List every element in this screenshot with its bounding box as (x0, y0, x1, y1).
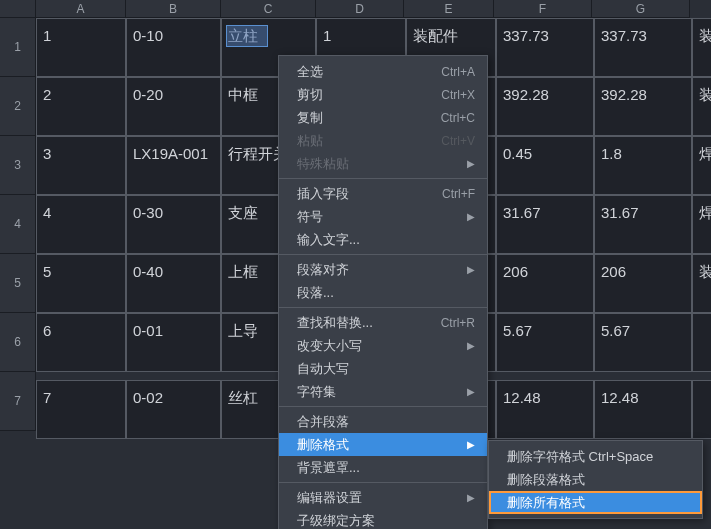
menu-paste: 粘贴Ctrl+V (279, 129, 487, 152)
cell[interactable]: 1 (36, 18, 126, 77)
cell[interactable]: 4 (36, 195, 126, 254)
submenu-remove-char-fmt[interactable]: 删除字符格式 Ctrl+Space (489, 445, 702, 468)
cell[interactable]: 焊 (692, 195, 711, 254)
menu-label: 改变大小写 (297, 337, 362, 355)
menu-label: 编辑器设置 (297, 489, 362, 507)
menu-char-set[interactable]: 字符集▶ (279, 380, 487, 403)
cell[interactable]: 337.73 (496, 18, 594, 77)
menu-label: 查找和替换... (297, 314, 373, 332)
col-header-c[interactable]: C (221, 0, 316, 18)
menu-copy[interactable]: 复制Ctrl+C (279, 106, 487, 129)
cell[interactable]: 31.67 (594, 195, 692, 254)
cell[interactable]: 0-20 (126, 77, 221, 136)
cell[interactable]: 5 (36, 254, 126, 313)
menu-remove-format[interactable]: 删除格式▶ (279, 433, 487, 456)
cell[interactable]: 5.67 (496, 313, 594, 372)
context-menu: 全选Ctrl+A 剪切Ctrl+X 复制Ctrl+C 粘贴Ctrl+V 特殊粘贴… (278, 55, 488, 529)
cell[interactable]: 3 (36, 136, 126, 195)
chevron-right-icon: ▶ (467, 386, 475, 397)
cell[interactable]: 0.45 (496, 136, 594, 195)
menu-last[interactable]: 子级绑定方案 (279, 509, 487, 529)
submenu-remove-para-fmt[interactable]: 删除段落格式 (489, 468, 702, 491)
menu-insert-field[interactable]: 插入字段Ctrl+F (279, 182, 487, 205)
menu-separator (279, 307, 487, 308)
menu-shortcut: Ctrl+X (441, 88, 475, 102)
menu-find-replace[interactable]: 查找和替换...Ctrl+R (279, 311, 487, 334)
cell[interactable]: 0-02 (126, 380, 221, 439)
menu-label: 剪切 (297, 86, 323, 104)
menu-label: 输入文字... (297, 231, 360, 249)
column-headers: A B C D E F G (36, 0, 690, 18)
menu-label: 符号 (297, 208, 323, 226)
row-header-5[interactable]: 5 (0, 254, 36, 313)
menu-para-align[interactable]: 段落对齐▶ (279, 258, 487, 281)
menu-shortcut: Ctrl+A (441, 65, 475, 79)
cell[interactable]: 1.8 (594, 136, 692, 195)
col-header-d[interactable]: D (316, 0, 404, 18)
cell[interactable]: 337.73 (594, 18, 692, 77)
menu-auto-caps[interactable]: 自动大写 (279, 357, 487, 380)
menu-bg-mask[interactable]: 背景遮罩... (279, 456, 487, 479)
menu-editor-settings[interactable]: 编辑器设置▶ (279, 486, 487, 509)
row-header-7[interactable]: 7 (0, 372, 36, 431)
row-header-4[interactable]: 4 (0, 195, 36, 254)
cell[interactable]: 7 (36, 380, 126, 439)
row-header-2[interactable]: 2 (0, 77, 36, 136)
row-header-3[interactable]: 3 (0, 136, 36, 195)
cell[interactable]: 装 (692, 77, 711, 136)
cell[interactable]: 5.67 (594, 313, 692, 372)
cell[interactable] (692, 313, 711, 372)
menu-label: 段落... (297, 284, 334, 302)
cell[interactable]: 392.28 (496, 77, 594, 136)
menu-paste-special: 特殊粘贴▶ (279, 152, 487, 175)
menu-shortcut: Ctrl+F (442, 187, 475, 201)
chevron-right-icon: ▶ (467, 439, 475, 450)
cell[interactable]: 0-40 (126, 254, 221, 313)
row-header-6[interactable]: 6 (0, 313, 36, 372)
menu-label: 特殊粘贴 (297, 155, 349, 173)
col-header-g[interactable]: G (592, 0, 690, 18)
cell[interactable]: 装 (692, 254, 711, 313)
menu-select-all[interactable]: 全选Ctrl+A (279, 60, 487, 83)
submenu-remove-all-fmt[interactable]: 删除所有格式 (489, 491, 702, 514)
menu-label: 段落对齐 (297, 261, 349, 279)
cell[interactable]: 6 (36, 313, 126, 372)
chevron-right-icon: ▶ (467, 340, 475, 351)
cell[interactable]: 0-10 (126, 18, 221, 77)
cell[interactable]: 206 (594, 254, 692, 313)
chevron-right-icon: ▶ (467, 264, 475, 275)
menu-symbol[interactable]: 符号▶ (279, 205, 487, 228)
cell[interactable]: 12.48 (594, 380, 692, 439)
menu-separator (279, 406, 487, 407)
col-header-a[interactable]: A (36, 0, 126, 18)
cell[interactable]: 装 (692, 18, 711, 77)
row-headers: 1 2 3 4 5 6 7 (0, 18, 36, 431)
menu-change-case[interactable]: 改变大小写▶ (279, 334, 487, 357)
menu-label: 合并段落 (297, 413, 349, 431)
cell[interactable] (692, 380, 711, 439)
cell[interactable]: LX19A-001 (126, 136, 221, 195)
cell[interactable]: 206 (496, 254, 594, 313)
col-header-b[interactable]: B (126, 0, 221, 18)
cell[interactable]: 12.48 (496, 380, 594, 439)
cell[interactable]: 焊 (692, 136, 711, 195)
selection-highlight (226, 25, 268, 47)
submenu-remove-format: 删除字符格式 Ctrl+Space 删除段落格式 删除所有格式 (488, 440, 703, 519)
menu-input-text[interactable]: 输入文字... (279, 228, 487, 251)
cell[interactable]: 0-01 (126, 313, 221, 372)
cell[interactable]: 392.28 (594, 77, 692, 136)
chevron-right-icon: ▶ (467, 492, 475, 503)
menu-paragraph[interactable]: 段落... (279, 281, 487, 304)
col-header-f[interactable]: F (494, 0, 592, 18)
row-header-1[interactable]: 1 (0, 18, 36, 77)
cell[interactable]: 2 (36, 77, 126, 136)
menu-label: 字符集 (297, 383, 336, 401)
cell[interactable]: 31.67 (496, 195, 594, 254)
menu-cut[interactable]: 剪切Ctrl+X (279, 83, 487, 106)
menu-merge-para[interactable]: 合并段落 (279, 410, 487, 433)
menu-label: 删除格式 (297, 436, 349, 454)
menu-shortcut: Ctrl+R (441, 316, 475, 330)
col-header-e[interactable]: E (404, 0, 494, 18)
menu-label: 子级绑定方案 (297, 512, 375, 530)
cell[interactable]: 0-30 (126, 195, 221, 254)
